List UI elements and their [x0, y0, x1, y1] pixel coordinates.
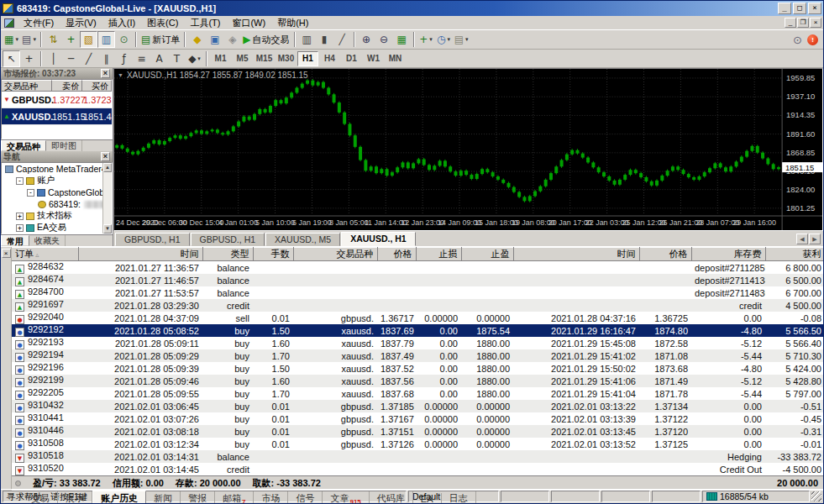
chevron-down-icon[interactable]: ▾	[429, 36, 433, 43]
table-row[interactable]: ▲92846322021.01.27 11:36:57balancedeposi…	[12, 261, 824, 275]
menu-item-3[interactable]: 图表(C)	[141, 16, 184, 30]
mw-column-0[interactable]: 交易品种	[2, 80, 52, 92]
terminal-tab-2[interactable]: 账户历史	[92, 491, 146, 504]
chart-dropdown-icon[interactable]: ▼	[118, 72, 123, 78]
table-row[interactable]: ●93104322021.02.01 03:06:45buy0.01gbpusd…	[12, 400, 824, 412]
terminal-tab-3[interactable]: 新闻	[146, 491, 181, 504]
maximize-button[interactable]: □	[793, 3, 806, 14]
history-column-6[interactable]: 止损	[416, 248, 461, 261]
terminal-tab-0[interactable]: 交易	[24, 491, 58, 504]
minimize-button[interactable]: _	[778, 3, 791, 14]
tree-item-2[interactable]: -CapstoneGlobal-1	[2, 186, 112, 198]
channel-tool[interactable]: ∥	[97, 50, 115, 67]
levels-tool[interactable]: ≡	[133, 50, 150, 67]
terminal-tab-5[interactable]: 邮箱7	[215, 491, 254, 504]
experts-button[interactable]: ▣	[206, 31, 223, 48]
expand-icon[interactable]: +	[16, 224, 24, 232]
scroll-down-icon[interactable]: ▼	[103, 224, 112, 234]
fibonacci-tool[interactable]: ƒ	[115, 50, 133, 67]
history-column-3[interactable]: 手数	[253, 248, 293, 261]
chevron-down-icon[interactable]: ▾	[448, 36, 451, 43]
terminal-tab-6[interactable]: 市场	[254, 491, 288, 504]
table-row[interactable]: ●93105082021.02.01 03:12:34buy0.01gbpusd…	[12, 438, 824, 450]
expand-icon[interactable]: +	[16, 213, 24, 220]
terminal-tab-11[interactable]: 日志	[442, 491, 476, 504]
history-column-11[interactable]: 获利	[765, 248, 824, 261]
tree-item-3[interactable]: 683419:	[2, 198, 112, 210]
chevron-down-icon[interactable]: ▾	[15, 36, 18, 43]
new-chart-button[interactable]: ▦▾	[3, 31, 20, 48]
terminal-button[interactable]: ▥	[97, 31, 115, 48]
scroll-up-icon[interactable]: ▲	[103, 163, 112, 172]
tree-item-4[interactable]: +技术指标	[2, 210, 112, 222]
terminal-tab-7[interactable]: 信号	[288, 491, 323, 504]
terminal-close-icon[interactable]: ×	[2, 249, 11, 258]
terminal-tab-10[interactable]: EA	[413, 493, 442, 504]
tab-scroll-left-icon[interactable]: ◀	[796, 234, 808, 244]
tile-windows-button[interactable]: ▦	[393, 31, 411, 48]
timeframe-H1[interactable]: H1	[297, 51, 318, 66]
history-column-4[interactable]: 交易品种	[293, 248, 377, 261]
vertical-line-tool[interactable]: │	[45, 50, 62, 67]
timeframe-M15[interactable]: M15	[254, 51, 275, 66]
terminal-tab-9[interactable]: 代码库	[370, 491, 413, 504]
timeframe-M1[interactable]: M1	[210, 51, 231, 66]
line-chart-button[interactable]: ╱	[333, 31, 351, 48]
tree-item-5[interactable]: +EA交易	[2, 222, 112, 234]
market-watch-row[interactable]: ▲XAUUSD.1851.151851.44	[2, 108, 112, 125]
history-column-1[interactable]: 时间	[78, 248, 202, 261]
collapse-icon[interactable]: -	[16, 177, 24, 185]
timeframe-M30[interactable]: M30	[276, 51, 297, 66]
table-row[interactable]: ●92921942021.01.28 05:09:29buy1.70xauusd…	[12, 349, 824, 362]
timeframe-H4[interactable]: H4	[319, 51, 340, 66]
indicators-button[interactable]: +▾	[417, 31, 435, 48]
crosshair-tool[interactable]: +	[20, 50, 38, 67]
tab-scroll-right-icon[interactable]: ▶	[809, 234, 821, 244]
navigator-tab-0[interactable]: 常用	[1, 235, 29, 246]
market-watch-row[interactable]: ▼GBPUSD.1.372271.37232	[2, 92, 112, 108]
terminal-tab-1[interactable]: 展示	[58, 491, 92, 504]
table-row[interactable]: ▼93105202021.02.01 03:14:45creditCredit …	[12, 463, 824, 475]
shapes-tool[interactable]: ◆▾	[186, 50, 203, 67]
mw-column-1[interactable]: 卖价	[52, 80, 83, 92]
chart-tab-2[interactable]: XAUUSD., M5	[265, 233, 340, 246]
navigator-button[interactable]: ▧	[80, 31, 97, 48]
table-row[interactable]: ●93104412021.02.01 03:07:26buy0.01gbpusd…	[12, 412, 824, 425]
market-watch-tab-1[interactable]: 即时图	[46, 140, 82, 151]
menu-item-1[interactable]: 显示(V)	[60, 16, 102, 30]
chart-tab-0[interactable]: GBPUSD., H1	[115, 233, 190, 246]
strategy-tester-button[interactable]: ⊙	[115, 31, 133, 48]
table-row[interactable]: ●92921962021.01.28 05:09:39buy1.50xauusd…	[12, 362, 824, 375]
navigator-close-icon[interactable]: ×	[101, 152, 110, 161]
chart-tab-3[interactable]: XAUUSD., H1	[341, 232, 416, 246]
history-column-10[interactable]: 库存费	[691, 248, 765, 261]
close-button[interactable]: ×	[808, 3, 821, 14]
mdi-close-button[interactable]: ×	[810, 18, 821, 28]
signals-button[interactable]: ◈	[223, 31, 241, 48]
mw-column-2[interactable]: 买价	[82, 80, 112, 92]
mdi-restore-button[interactable]: ❐	[797, 18, 809, 28]
tree-item-1[interactable]: -账户	[2, 175, 112, 186]
terminal-tab-4[interactable]: 警报	[181, 491, 215, 504]
table-row[interactable]: ●92920402021.01.28 04:37:09sell0.01gbpus…	[12, 312, 824, 324]
bar-chart-button[interactable]: ▥	[298, 31, 316, 48]
horizontal-line-tool[interactable]: ─	[62, 50, 80, 67]
autotrading-button[interactable]: ▶自动交易	[241, 31, 291, 48]
table-row[interactable]: ●93104462021.02.01 03:08:18buy0.01gbpusd…	[12, 425, 824, 438]
menu-item-4[interactable]: 工具(T)	[184, 16, 226, 30]
text-tool[interactable]: A	[150, 50, 168, 67]
menu-item-6[interactable]: 帮助(H)	[271, 16, 314, 30]
market-watch-close-icon[interactable]: ×	[101, 69, 110, 78]
chart-pane[interactable]: ▼ XAUUSD.,H1 1854.27 1855.87 1849.02 185…	[113, 68, 823, 231]
templates-button[interactable]: ▤▾	[453, 31, 470, 48]
collapse-icon[interactable]: -	[27, 189, 34, 197]
menu-item-5[interactable]: 窗口(W)	[226, 16, 271, 30]
history-column-7[interactable]: 止盈	[461, 248, 513, 261]
candlestick-chart[interactable]: 1959.851937.101914.351891.601868.851846.…	[114, 69, 822, 230]
terminal-tab-8[interactable]: 文章915	[323, 491, 369, 504]
table-row[interactable]: ▲92916972021.01.28 03:29:30creditcredit4…	[12, 299, 824, 312]
table-row[interactable]: ▼93105182021.02.01 03:14:31balanceHedgin…	[12, 450, 824, 463]
table-row[interactable]: ▲92847002021.01.27 11:53:57balancedeposi…	[12, 286, 824, 299]
market-watch-tab-0[interactable]: 交易品种	[1, 140, 46, 151]
timeframe-W1[interactable]: W1	[363, 51, 384, 66]
